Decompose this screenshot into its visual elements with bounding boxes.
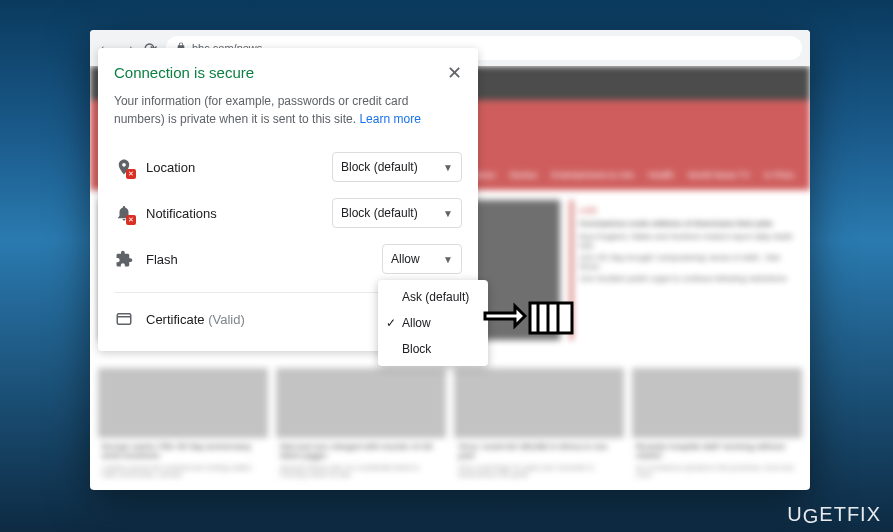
- card-image: [454, 368, 624, 438]
- dropdown-option-block[interactable]: Block: [378, 336, 488, 362]
- live-badge: LIVE: [579, 206, 794, 215]
- news-card[interactable]: Russian hospital staff 'working without …: [632, 368, 802, 482]
- certificate-label: Certificate (Valid): [146, 312, 245, 327]
- card-title: Virus 'could kill 190,000 in Africa in o…: [454, 438, 624, 464]
- flash-select[interactable]: Allow ▼: [382, 244, 462, 274]
- popup-header: Connection is secure ✕: [114, 64, 462, 82]
- subnav-item[interactable]: Health: [648, 170, 674, 180]
- card-image: [98, 368, 268, 438]
- svg-rect-0: [117, 314, 131, 325]
- subnav-item[interactable]: Entertainment & Arts: [551, 170, 634, 180]
- learn-more-link[interactable]: Learn more: [359, 112, 420, 126]
- pointing-hand-icon: [480, 288, 580, 352]
- popup-description: Your information (for example, passwords…: [114, 92, 462, 128]
- subnav-item[interactable]: World News TV: [688, 170, 750, 180]
- flash-dropdown-menu: Ask (default) Allow Block: [378, 280, 488, 366]
- flash-icon: [114, 249, 134, 269]
- permission-row-notifications: ✕ Notifications Block (default) ▼: [114, 190, 462, 236]
- live-story[interactable]: LIVE Coronavirus costs millions of Ameri…: [570, 200, 800, 340]
- flash-label: Flash: [146, 252, 370, 267]
- popup-title: Connection is secure: [114, 64, 254, 81]
- certificate-status: (Valid): [208, 312, 245, 327]
- news-card[interactable]: Virus 'could kill 190,000 in Africa in o…: [454, 368, 624, 482]
- live-item: Now England, Wales and Northern Ireland …: [579, 232, 794, 250]
- notifications-icon: ✕: [114, 203, 134, 223]
- card-title: Europe marks 75th VE Day anniversary ami…: [98, 438, 268, 464]
- location-select[interactable]: Block (default) ▼: [332, 152, 462, 182]
- card-desc: Leaders across the continent are holding…: [98, 464, 268, 482]
- dropdown-option-allow[interactable]: Allow: [378, 310, 488, 336]
- close-icon[interactable]: ✕: [447, 64, 462, 82]
- chevron-down-icon: ▼: [443, 208, 453, 219]
- chevron-down-icon: ▼: [443, 254, 453, 265]
- cards-row: Europe marks 75th VE Day anniversary ami…: [90, 360, 810, 490]
- notifications-label: Notifications: [146, 206, 320, 221]
- card-image: [276, 368, 446, 438]
- card-title: Russian hospital staff 'working without …: [632, 438, 802, 464]
- blocked-badge-icon: ✕: [126, 215, 136, 225]
- card-image: [632, 368, 802, 438]
- location-label: Location: [146, 160, 320, 175]
- live-item: 12m Scottish public urged to continue fo…: [579, 274, 794, 283]
- dropdown-option-ask[interactable]: Ask (default): [378, 284, 488, 310]
- news-card[interactable]: Dad and son charged with murder of US bl…: [276, 368, 446, 482]
- watermark: UGETFIX: [787, 503, 881, 526]
- notifications-select[interactable]: Block (default) ▼: [332, 198, 462, 228]
- card-desc: Ahmaud Arbery was on a residential stree…: [276, 464, 446, 482]
- chevron-down-icon: ▼: [443, 162, 453, 173]
- subnav-item[interactable]: In Pictu: [764, 170, 794, 180]
- subnav-item[interactable]: Stories: [509, 170, 537, 180]
- card-desc: Virus could linger for years and 'smould…: [454, 464, 624, 482]
- card-title: Dad and son charged with murder of US bl…: [276, 438, 446, 464]
- news-card[interactable]: Europe marks 75th VE Day anniversary ami…: [98, 368, 268, 482]
- live-item: 12m VE Day brought 'overpowering' sense …: [579, 253, 794, 271]
- certificate-icon: [114, 309, 134, 329]
- card-desc: As coronavirus spreads in the provinces,…: [632, 464, 802, 482]
- svg-rect-1: [530, 303, 572, 333]
- live-headline: Coronavirus costs millions of Americans …: [579, 219, 794, 228]
- blocked-badge-icon: ✕: [126, 169, 136, 179]
- location-icon: ✕: [114, 157, 134, 177]
- permission-row-location: ✕ Location Block (default) ▼: [114, 144, 462, 190]
- permission-row-flash: Flash Allow ▼: [114, 236, 462, 282]
